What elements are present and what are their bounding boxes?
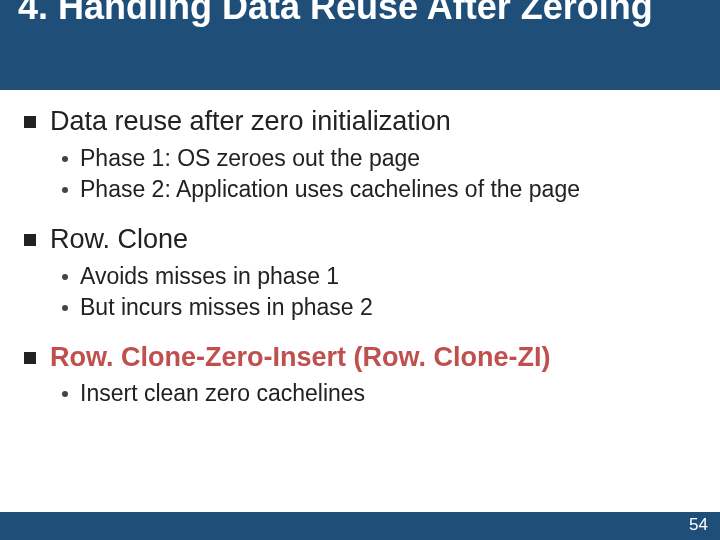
footer-bar: 54 [0,512,720,540]
square-bullet-icon [24,234,36,246]
heading-text: Data reuse after zero initialization [50,105,451,139]
section-heading: Row. Clone [24,223,696,257]
dot-bullet-icon [62,391,68,397]
section-heading: Data reuse after zero initialization [24,105,696,139]
item-text: Avoids misses in phase 1 [80,261,339,292]
page-number: 54 [689,515,708,535]
section-2: Row. Clone Avoids misses in phase 1 But … [24,223,696,323]
dot-bullet-icon [62,305,68,311]
list-item: Phase 1: OS zeroes out the page [62,143,696,174]
square-bullet-icon [24,352,36,364]
heading-text: Row. Clone-Zero-Insert (Row. Clone-ZI) [50,341,550,375]
item-text: But incurs misses in phase 2 [80,292,373,323]
section-heading-accent: Row. Clone-Zero-Insert (Row. Clone-ZI) [24,341,696,375]
slide-title: 4. Handling Data Reuse After Zeroing [18,0,690,27]
section-3: Row. Clone-Zero-Insert (Row. Clone-ZI) I… [24,341,696,410]
dot-bullet-icon [62,187,68,193]
slide-body: Data reuse after zero initialization Pha… [0,95,720,508]
list-item: Avoids misses in phase 1 [62,261,696,292]
square-bullet-icon [24,116,36,128]
item-text: Phase 2: Application uses cachelines of … [80,174,580,205]
list-item: Insert clean zero cachelines [62,378,696,409]
section-1: Data reuse after zero initialization Pha… [24,105,696,205]
dot-bullet-icon [62,274,68,280]
item-text: Insert clean zero cachelines [80,378,365,409]
list-item: But incurs misses in phase 2 [62,292,696,323]
list-item: Phase 2: Application uses cachelines of … [62,174,696,205]
item-text: Phase 1: OS zeroes out the page [80,143,420,174]
dot-bullet-icon [62,156,68,162]
heading-text: Row. Clone [50,223,188,257]
title-bar: 4. Handling Data Reuse After Zeroing [0,0,720,90]
